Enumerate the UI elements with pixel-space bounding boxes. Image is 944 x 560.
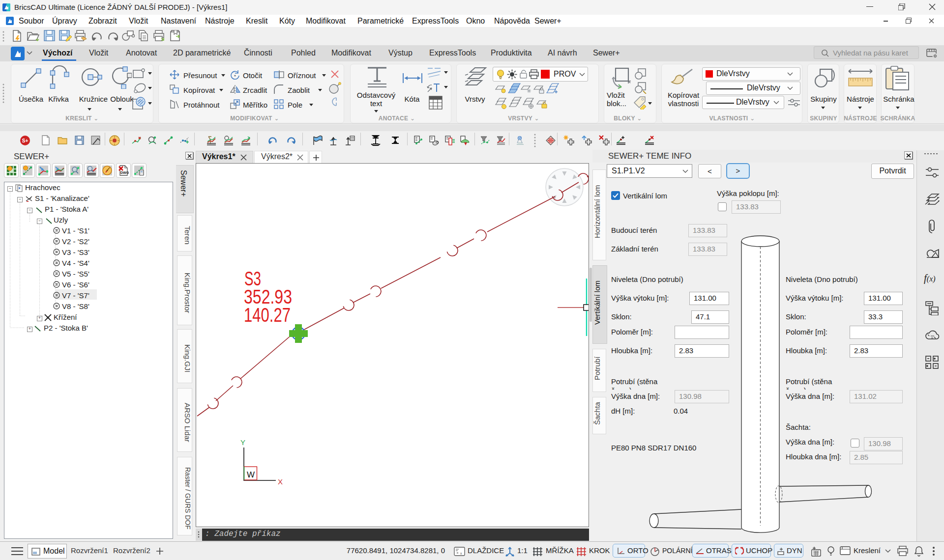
svg-text:x: x xyxy=(460,552,462,555)
svg-text:Y: Y xyxy=(240,438,245,447)
svg-text:X: X xyxy=(278,477,283,486)
svg-text:DWG: DWG xyxy=(120,171,129,174)
svg-text:140.27: 140.27 xyxy=(244,304,291,326)
svg-text:S+: S+ xyxy=(22,138,29,143)
svg-text:W: W xyxy=(247,470,255,479)
